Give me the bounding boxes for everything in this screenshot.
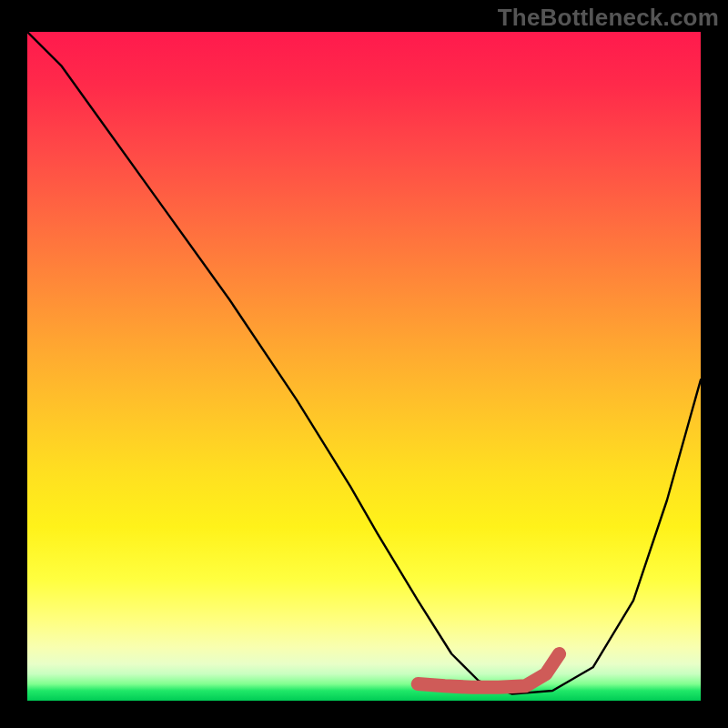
watermark-text: TheBottleneck.com: [498, 4, 719, 32]
main-curve-path: [27, 32, 701, 694]
plot-area: [27, 32, 701, 701]
chart-overlay: [27, 32, 701, 701]
chart-frame: TheBottleneck.com: [0, 0, 728, 728]
highlight-curve-path: [418, 654, 559, 688]
